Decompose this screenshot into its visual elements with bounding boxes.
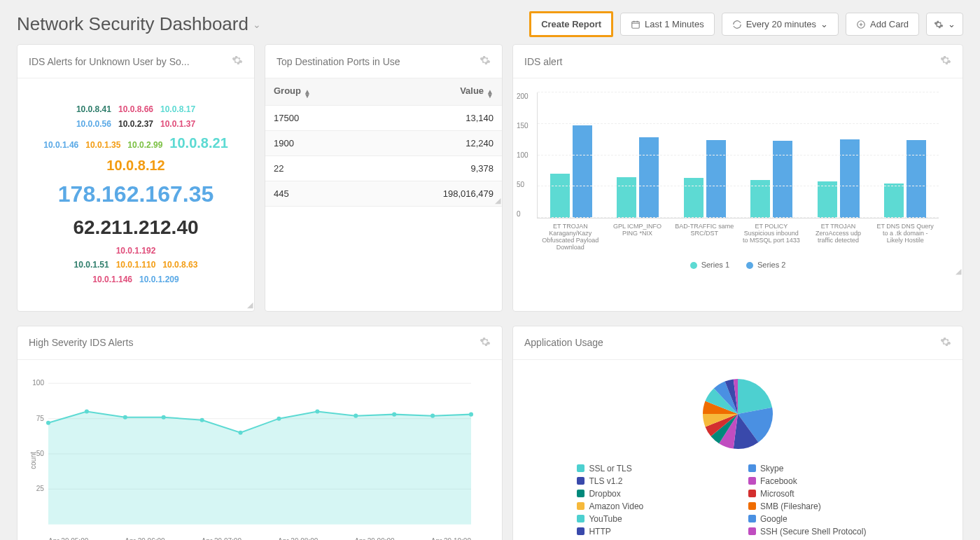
ip-address-tag[interactable]: 10.0.8.66: [118, 103, 153, 116]
y-axis-label: count: [29, 452, 37, 469]
ip-address-tag[interactable]: 62.211.212.40: [73, 212, 198, 244]
resize-handle[interactable]: ◢: [247, 300, 253, 310]
card-settings-button[interactable]: [940, 336, 951, 349]
cell-group: 1900: [265, 131, 370, 156]
card-title: IDS alert: [524, 56, 562, 67]
ip-address-tag[interactable]: 10.0.1.35: [85, 139, 120, 152]
ip-address-tag[interactable]: 10.0.1.51: [74, 258, 109, 272]
create-report-button[interactable]: Create Report: [529, 11, 613, 37]
legend-item[interactable]: SMB (Fileshare): [748, 501, 899, 511]
column-header-group[interactable]: Group▲▼: [265, 78, 370, 106]
svg-point-10: [46, 421, 50, 425]
ip-address-tag[interactable]: 10.0.8.63: [162, 258, 197, 272]
legend-item[interactable]: Google: [748, 514, 899, 524]
settings-button[interactable]: ⌄: [926, 13, 963, 36]
ip-address-tag[interactable]: 10.0.8.12: [106, 154, 164, 176]
card-title: Application Usage: [524, 337, 603, 348]
svg-text:50: 50: [36, 450, 45, 457]
svg-point-19: [392, 413, 396, 417]
table-row[interactable]: 1750013,140: [265, 106, 502, 131]
ip-address-tag[interactable]: 10.0.8.17: [160, 103, 195, 116]
bar[interactable]: [617, 177, 636, 219]
cell-value: 198,016,479: [370, 181, 502, 207]
legend-item[interactable]: YouTube: [577, 514, 727, 524]
time-range-label: Last 1 Minutes: [645, 19, 704, 29]
add-card-label: Add Card: [870, 19, 909, 29]
card-settings-button[interactable]: [940, 55, 951, 68]
legend-item[interactable]: SSH (Secure Shell Protocol): [748, 527, 899, 536]
ip-tag-cloud: 10.0.8.4110.0.8.6610.0.8.1710.0.0.5610.0…: [27, 87, 244, 303]
bar[interactable]: [818, 181, 837, 218]
category-label: ET DNS DNS Query to a .tk domain - Likel…: [872, 223, 939, 251]
ip-address-tag[interactable]: 10.0.2.99: [127, 139, 162, 152]
card-ids-alert: IDS alert 200150100500 ET TROJAN Karagan…: [512, 44, 963, 312]
column-header-value[interactable]: Value▲▼: [370, 78, 502, 106]
card-top-destination-ports: Top Destination Ports in Use Group▲▼ Val…: [265, 44, 503, 312]
legend-item[interactable]: Series 1: [690, 261, 729, 269]
ip-address-tag[interactable]: 10.0.1.110: [116, 258, 156, 272]
legend-item[interactable]: Dropbox: [577, 489, 727, 499]
x-tick-label: Apr 29 10:00: [431, 537, 471, 540]
bar[interactable]: [639, 137, 659, 218]
bar[interactable]: [706, 140, 726, 218]
bar[interactable]: [684, 178, 704, 218]
card-settings-button[interactable]: [232, 55, 243, 68]
category-label: ET TROJAN ZeroAccess udp traffic detecte…: [805, 223, 872, 251]
legend-item[interactable]: Series 2: [746, 261, 785, 269]
svg-text:100: 100: [32, 379, 44, 387]
bar[interactable]: [906, 140, 926, 218]
card-settings-button[interactable]: [479, 55, 491, 68]
ip-address-tag[interactable]: 10.0.1.46: [43, 139, 78, 152]
resize-handle[interactable]: ◢: [955, 267, 961, 276]
table-row[interactable]: 229,378: [265, 156, 502, 181]
card-title: IDS Alerts for Unknown User by So...: [29, 56, 190, 67]
sort-icon: ▲▼: [486, 90, 493, 98]
legend-item[interactable]: Skype: [748, 464, 899, 473]
ip-address-tag[interactable]: 10.0.1.146: [92, 273, 132, 286]
legend-item[interactable]: HTTP: [577, 527, 727, 536]
card-settings-button[interactable]: [479, 336, 491, 349]
cell-group: 17500: [265, 106, 370, 131]
ip-address-tag[interactable]: 10.0.2.37: [118, 118, 153, 131]
ip-address-tag[interactable]: 10.0.1.192: [116, 244, 156, 258]
bar[interactable]: [773, 141, 792, 218]
gear-icon: [479, 55, 491, 66]
gear-icon: [479, 336, 491, 347]
page-title: Network Security Dashboard: [17, 13, 248, 35]
ip-address-tag[interactable]: 10.0.1.37: [160, 118, 195, 131]
resize-handle[interactable]: ◢: [495, 196, 500, 205]
svg-text:25: 25: [36, 485, 45, 492]
time-range-button[interactable]: Last 1 Minutes: [620, 13, 715, 36]
bar[interactable]: [550, 174, 570, 218]
table-row[interactable]: 190012,240: [265, 131, 502, 156]
refresh-interval-button[interactable]: Every 20 minutes ⌄: [722, 13, 839, 36]
legend-item[interactable]: TLS v1.2: [577, 476, 727, 486]
svg-point-12: [123, 415, 127, 420]
table-row[interactable]: 445198,016,479: [265, 181, 502, 207]
bar[interactable]: [573, 125, 592, 218]
svg-point-15: [239, 431, 243, 435]
bar[interactable]: [840, 139, 860, 219]
bar[interactable]: [884, 184, 904, 219]
x-tick-label: Apr 29 07:00: [202, 537, 241, 540]
high-severity-area-chart: 255075100: [48, 377, 471, 531]
ip-address-tag[interactable]: 10.0.8.21: [169, 132, 227, 154]
category-label: ET TROJAN Karagany/Kazy Obfuscated Paylo…: [537, 223, 604, 251]
legend-item[interactable]: Amazon Video: [577, 501, 727, 511]
legend-item[interactable]: SSL or TLS: [577, 464, 727, 473]
ids-bar-chart: 200150100500: [537, 92, 939, 219]
title-dropdown-caret[interactable]: ⌄: [253, 19, 261, 30]
ip-address-tag[interactable]: 10.0.1.209: [139, 273, 179, 286]
add-card-button[interactable]: Add Card: [846, 13, 919, 36]
ip-address-tag[interactable]: 178.162.167.35: [58, 176, 214, 212]
ports-table: Group▲▼ Value▲▼ 1750013,140190012,240229…: [265, 78, 502, 207]
legend-item[interactable]: Facebook: [748, 476, 899, 486]
ip-address-tag[interactable]: 10.0.8.41: [76, 103, 111, 116]
category-label: GPL ICMP_INFO PING *NIX: [604, 223, 671, 251]
cell-group: 22: [265, 156, 370, 181]
ip-address-tag[interactable]: 10.0.0.56: [76, 118, 111, 131]
app-usage-pie-chart: [699, 375, 776, 452]
legend-item[interactable]: Microsoft: [748, 489, 899, 499]
x-tick-label: Apr 29 05:00: [48, 537, 88, 540]
cell-value: 12,240: [370, 131, 502, 156]
